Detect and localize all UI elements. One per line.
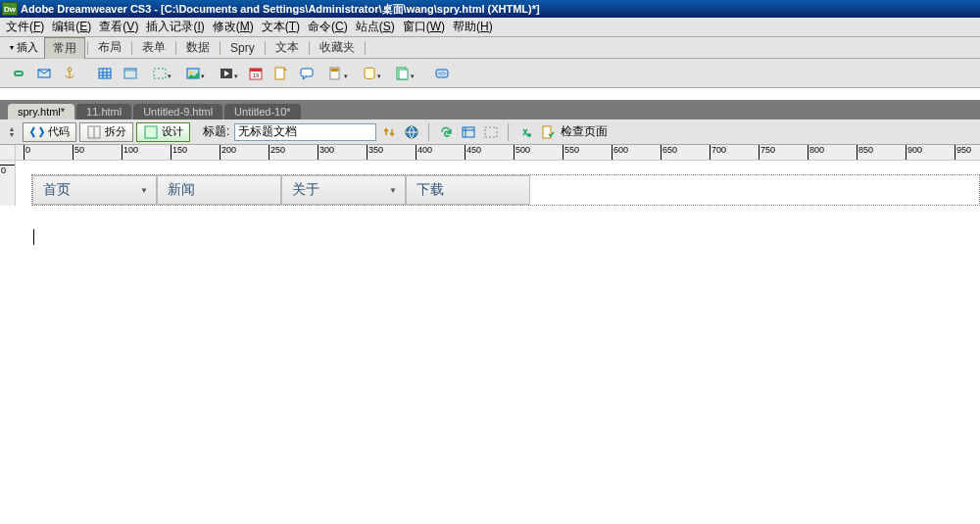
hyperlink-icon[interactable] [8,63,29,84]
svg-rect-23 [463,127,474,137]
spry-item-3[interactable]: 下载 [406,175,530,205]
svg-rect-4 [124,69,136,71]
spry-menu-bar[interactable]: 首页▼新闻关于▼下载 [31,174,980,206]
menu-f[interactable]: 文件(F) [2,17,48,37]
menu-w[interactable]: 窗口(W) [399,17,449,37]
email-icon[interactable] [33,63,55,84]
media-icon[interactable] [212,63,241,84]
menu-v[interactable]: 查看(V) [95,17,142,37]
design-canvas[interactable]: 首页▼新闻关于▼下载 [16,161,980,206]
menu-c[interactable]: 命令(C) [304,17,352,37]
doc-tab-0[interactable]: spry.html* [8,104,74,119]
images-icon[interactable] [178,63,208,84]
date-icon[interactable]: 19 [245,63,267,84]
text-cursor [33,229,34,245]
ruler-corner [0,145,16,161]
view-design-button[interactable]: 设计 [136,122,190,142]
doc-tab-3[interactable]: Untitled-10* [224,104,300,119]
svg-rect-12 [275,68,284,79]
check-page-icon[interactable] [538,122,558,142]
insert-bar: 插入 常用布局表单数据Spry文本收藏夹 [0,37,980,59]
refresh-icon[interactable] [436,122,456,142]
server-include-icon[interactable] [270,63,292,84]
div-icon[interactable] [145,63,174,84]
validate-icon[interactable] [515,122,535,142]
ruler-horizontal: 0501001502002503003504004505005506006507… [16,145,980,161]
menu-i[interactable]: 插入记录(I) [142,17,208,37]
svg-rect-26 [543,126,551,138]
doc-tab-2[interactable]: Untitled-9.html [133,104,222,119]
ruler-vertical: 050100150200250300 [0,161,16,206]
spry-item-1[interactable]: 新闻 [157,175,281,205]
spry-item-2[interactable]: 关于▼ [281,175,406,205]
menu-bar: 文件(F)编辑(E)查看(V)插入记录(I)修改(M)文本(T)命令(C)站点(… [0,18,980,37]
check-page-label[interactable]: 检查页面 [561,123,608,140]
doc-tab-1[interactable]: 11.html [76,104,131,119]
tag-chooser-icon[interactable]: </> [431,63,453,84]
insert-tab-5[interactable]: 文本 [268,37,307,58]
svg-rect-10 [250,69,262,71]
view-split-button[interactable]: 拆分 [79,122,133,142]
insert-tab-1[interactable]: 布局 [90,37,129,58]
toolbar-expand[interactable]: ▲▼ [4,126,20,138]
view-options-icon[interactable] [459,122,478,142]
insert-tab-6[interactable]: 收藏夹 [312,37,363,58]
anchor-icon[interactable] [59,63,80,84]
svg-rect-5 [154,69,166,78]
svg-text:</>: </> [438,71,447,76]
layout-icon[interactable] [120,63,141,84]
svg-rect-15 [331,69,338,71]
menu-s[interactable]: 站点(S) [352,17,399,37]
svg-point-7 [190,71,193,73]
svg-rect-2 [99,69,111,78]
title-input[interactable] [234,123,376,141]
window-title: Adobe Dreamweaver CS3 - [C:\Documents an… [21,2,540,17]
svg-rect-21 [145,126,157,138]
menu-t[interactable]: 文本(T) [258,17,304,37]
head-icon[interactable] [321,63,351,84]
templates-icon[interactable] [388,63,417,84]
insert-header[interactable]: 插入 [4,39,44,57]
browser-preview-icon[interactable] [402,122,421,142]
menu-e[interactable]: 编辑(E) [48,17,95,37]
menu-m[interactable]: 修改(M) [209,17,258,37]
app-icon: Dw [2,2,18,16]
svg-rect-17 [399,70,408,79]
comment-icon[interactable] [296,63,318,84]
title-label: 标题: [203,123,229,140]
svg-rect-24 [485,127,497,137]
spry-item-0[interactable]: 首页▼ [32,175,157,205]
view-code-button[interactable]: 代码 [23,122,76,142]
insert-icons-row: 19 </> [0,59,980,88]
title-bar: Dw Adobe Dreamweaver CS3 - [C:\Documents… [0,0,980,18]
script-icon[interactable] [355,63,384,84]
insert-tab-0[interactable]: 常用 [44,37,85,59]
svg-point-1 [68,68,72,71]
table-icon[interactable] [94,63,116,84]
workspace: 0501001502002503003504004505005506006507… [0,145,980,206]
document-tabs: spry.html*11.htmlUntitled-9.htmlUntitled… [0,100,980,119]
svg-point-25 [527,133,531,137]
insert-tab-4[interactable]: Spry [222,39,263,57]
visual-aids-icon[interactable] [481,122,501,142]
svg-rect-13 [301,69,313,76]
menu-h[interactable]: 帮助(H) [449,17,497,37]
svg-text:19: 19 [253,72,260,78]
insert-tab-2[interactable]: 表单 [134,37,173,58]
chevron-down-icon: ▼ [389,186,397,195]
insert-tab-3[interactable]: 数据 [178,37,218,58]
transfer-icon[interactable] [379,122,399,142]
document-toolbar: ▲▼ 代码 拆分 设计 标题: 检查页面 [0,119,980,145]
chevron-down-icon: ▼ [140,186,148,195]
